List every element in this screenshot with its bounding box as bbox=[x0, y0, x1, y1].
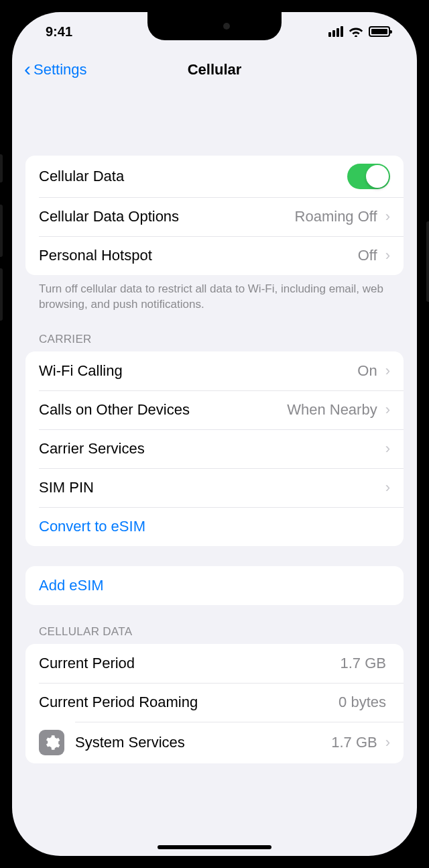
device-notch bbox=[147, 12, 282, 40]
personal-hotspot-row[interactable]: Personal Hotspot Off › bbox=[25, 236, 404, 275]
convert-to-esim-row[interactable]: Convert to eSIM bbox=[25, 507, 404, 546]
row-label: Current Period bbox=[39, 655, 341, 672]
cellular-data-toggle[interactable] bbox=[347, 164, 390, 189]
page-title: Cellular bbox=[188, 61, 242, 78]
row-value: Roaming Off bbox=[295, 208, 377, 225]
wifi-calling-row[interactable]: Wi-Fi Calling On › bbox=[25, 351, 404, 390]
row-label: Add eSIM bbox=[39, 577, 390, 594]
calls-on-other-devices-row[interactable]: Calls on Other Devices When Nearby › bbox=[25, 390, 404, 429]
chevron-right-icon: › bbox=[385, 247, 390, 264]
row-label: Cellular Data bbox=[39, 168, 347, 185]
gear-icon bbox=[39, 730, 64, 755]
carrier-header: Carrier bbox=[25, 313, 404, 351]
row-label: Convert to eSIM bbox=[39, 518, 390, 535]
row-value: On bbox=[357, 362, 377, 380]
chevron-right-icon: › bbox=[385, 734, 390, 751]
cellular-signal-icon bbox=[328, 26, 343, 37]
cellular-data-row[interactable]: Cellular Data bbox=[25, 156, 404, 197]
chevron-right-icon: › bbox=[385, 401, 390, 419]
system-services-row[interactable]: System Services 1.7 GB › bbox=[25, 722, 404, 763]
status-time: 9:41 bbox=[46, 24, 72, 40]
sim-pin-row[interactable]: SIM PIN › bbox=[25, 468, 404, 507]
section-footer: Turn off cellular data to restrict all d… bbox=[25, 275, 404, 313]
row-value: When Nearby bbox=[287, 401, 377, 419]
row-label: SIM PIN bbox=[39, 479, 381, 496]
current-period-roaming-row: Current Period Roaming 0 bytes bbox=[25, 683, 404, 722]
row-label: System Services bbox=[75, 734, 331, 751]
home-indicator[interactable] bbox=[158, 845, 271, 849]
cellular-data-options-row[interactable]: Cellular Data Options Roaming Off › bbox=[25, 197, 404, 236]
chevron-right-icon: › bbox=[385, 362, 390, 380]
carrier-services-row[interactable]: Carrier Services › bbox=[25, 429, 404, 468]
chevron-right-icon: › bbox=[385, 479, 390, 496]
row-label: Carrier Services bbox=[39, 440, 381, 457]
row-value: 1.7 GB bbox=[331, 734, 377, 751]
chevron-left-icon: ‹ bbox=[24, 58, 31, 80]
row-label: Wi-Fi Calling bbox=[39, 362, 357, 380]
navigation-bar: ‹ Settings Cellular bbox=[12, 51, 417, 89]
battery-icon bbox=[369, 26, 390, 37]
row-label: Personal Hotspot bbox=[39, 247, 358, 264]
cellular-data-header: Cellular Data bbox=[25, 605, 404, 644]
chevron-right-icon: › bbox=[385, 208, 390, 225]
row-label: Calls on Other Devices bbox=[39, 401, 287, 419]
back-button[interactable]: ‹ Settings bbox=[24, 59, 87, 80]
chevron-right-icon: › bbox=[385, 440, 390, 457]
back-label: Settings bbox=[34, 61, 87, 78]
row-value: Off bbox=[358, 247, 377, 264]
row-value: 1.7 GB bbox=[341, 655, 386, 672]
row-label: Current Period Roaming bbox=[39, 694, 339, 711]
current-period-row: Current Period 1.7 GB bbox=[25, 644, 404, 683]
add-esim-row[interactable]: Add eSIM bbox=[25, 566, 404, 605]
row-value: 0 bytes bbox=[339, 694, 386, 711]
wifi-icon bbox=[349, 26, 363, 37]
row-label: Cellular Data Options bbox=[39, 208, 295, 225]
